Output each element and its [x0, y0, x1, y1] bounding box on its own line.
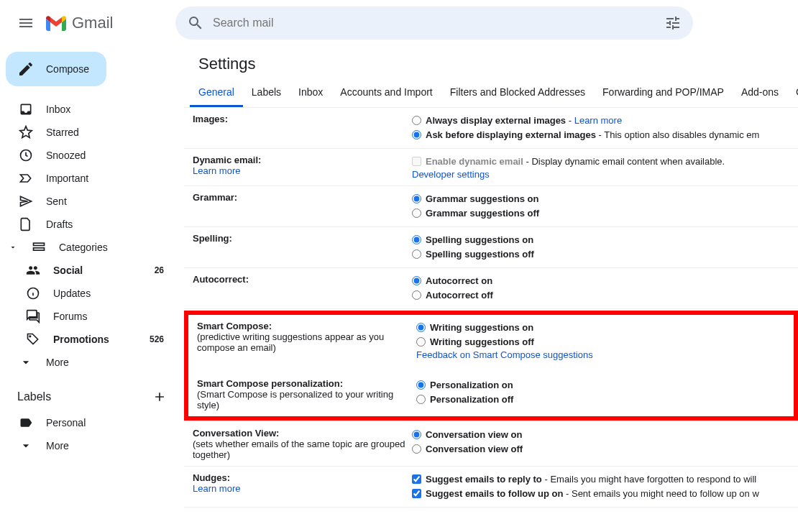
- radio-images-ask[interactable]: Ask before displaying external images - …: [412, 128, 795, 142]
- setting-name: Grammar:: [193, 192, 237, 203]
- labels-header: Labels: [0, 382, 184, 411]
- radio-input[interactable]: [412, 235, 421, 244]
- radio-smart-compose-off[interactable]: Writing suggestions off: [416, 335, 791, 349]
- nav-label: More: [46, 440, 164, 451]
- nav-important[interactable]: Important: [0, 167, 173, 190]
- radio-input[interactable]: [412, 116, 421, 125]
- gmail-logo[interactable]: Gmail: [46, 14, 175, 32]
- nav-label: Forums: [53, 311, 164, 322]
- caret-down-icon: [9, 243, 17, 252]
- nav-label: Updates: [53, 288, 164, 299]
- tab-accounts[interactable]: Accounts and Import: [331, 79, 441, 107]
- radio-autocorrect-on[interactable]: Autocorrect on: [412, 274, 795, 288]
- chevron-down-icon: [19, 439, 33, 453]
- checkbox-nudge-reply[interactable]: Suggest emails to reply to - Emails you …: [412, 472, 795, 487]
- add-label-button[interactable]: [152, 390, 167, 404]
- radio-grammar-off[interactable]: Grammar suggestions off: [412, 206, 795, 221]
- nav-label: Starred: [46, 127, 164, 138]
- people-icon: [26, 263, 40, 278]
- page-title: Settings: [184, 46, 798, 79]
- nav-starred[interactable]: Starred: [0, 121, 173, 144]
- setting-name: Dynamic email:: [193, 155, 406, 165]
- tab-filters[interactable]: Filters and Blocked Addresses: [441, 79, 594, 107]
- setting-name: Spelling:: [193, 233, 232, 244]
- search-options-button[interactable]: [659, 9, 687, 37]
- checkbox-input[interactable]: [412, 474, 421, 484]
- svg-rect-1: [34, 243, 45, 245]
- labels-more[interactable]: More: [0, 434, 173, 457]
- radio-conversation-off[interactable]: Conversation view off: [412, 442, 795, 457]
- nav-label: Inbox: [46, 104, 164, 115]
- clock-icon: [19, 148, 33, 162]
- nav-forums[interactable]: Forums: [0, 305, 173, 328]
- radio-input[interactable]: [412, 249, 421, 259]
- search-input[interactable]: [210, 17, 659, 29]
- radio-smart-compose-on[interactable]: Writing suggestions on: [416, 321, 791, 335]
- send-icon: [19, 194, 33, 208]
- setting-grammar: Grammar: Grammar suggestions on Grammar …: [184, 186, 798, 227]
- radio-grammar-on[interactable]: Grammar suggestions on: [412, 192, 795, 206]
- nav-label: More: [46, 357, 164, 368]
- radio-spelling-off[interactable]: Spelling suggestions off: [412, 247, 795, 262]
- checkbox-nudge-followup[interactable]: Suggest emails to follow up on - Sent em…: [412, 487, 795, 501]
- tab-chat[interactable]: Cha: [787, 79, 798, 107]
- radio-input[interactable]: [412, 208, 421, 218]
- radio-personalization-off[interactable]: Personalization off: [416, 393, 791, 407]
- learn-more-link[interactable]: Learn more: [574, 115, 622, 126]
- radio-conversation-on[interactable]: Conversation view on: [412, 428, 795, 442]
- nav-updates[interactable]: Updates: [0, 282, 173, 305]
- search-button[interactable]: [181, 9, 210, 37]
- nav-snoozed[interactable]: Snoozed: [0, 144, 173, 167]
- tab-addons[interactable]: Add-ons: [733, 79, 787, 107]
- setting-name: Nudges:: [193, 472, 406, 483]
- radio-input[interactable]: [416, 395, 426, 404]
- radio-input[interactable]: [416, 337, 426, 347]
- settings-body[interactable]: Images: Always display external images -…: [184, 108, 798, 532]
- radio-autocorrect-off[interactable]: Autocorrect off: [412, 288, 795, 303]
- radio-spelling-on[interactable]: Spelling suggestions on: [412, 233, 795, 247]
- radio-input[interactable]: [412, 430, 421, 439]
- nav-more[interactable]: More: [0, 351, 173, 374]
- label-personal[interactable]: Personal: [0, 411, 173, 434]
- radio-input[interactable]: [412, 444, 421, 454]
- forum-icon: [26, 309, 40, 324]
- nav-count: 26: [155, 265, 164, 275]
- learn-more-link[interactable]: Learn more: [193, 165, 240, 176]
- gmail-logo-icon: [46, 15, 66, 31]
- search-bar: [175, 6, 693, 40]
- setting-name: Autocorrect:: [193, 274, 249, 285]
- nav-categories[interactable]: Categories: [0, 236, 173, 259]
- feedback-link[interactable]: Feedback on Smart Compose suggestions: [416, 349, 593, 360]
- compose-button[interactable]: Compose: [6, 52, 106, 86]
- radio-input[interactable]: [412, 276, 421, 285]
- nav-promotions[interactable]: Promotions 526: [0, 328, 173, 351]
- checkbox-input[interactable]: [412, 489, 421, 498]
- nav-drafts[interactable]: Drafts: [0, 213, 173, 236]
- highlighted-section: Smart Compose: (predictive writing sugge…: [184, 311, 798, 421]
- tab-forwarding[interactable]: Forwarding and POP/IMAP: [594, 79, 733, 107]
- tab-general[interactable]: General: [190, 79, 243, 107]
- learn-more-link[interactable]: Learn more: [193, 483, 240, 494]
- nav-inbox[interactable]: Inbox: [0, 98, 173, 121]
- checkbox-dynamic-email[interactable]: Enable dynamic email - Display dynamic e…: [412, 155, 795, 169]
- svg-point-4: [29, 336, 31, 337]
- tab-inbox[interactable]: Inbox: [290, 79, 331, 107]
- radio-input[interactable]: [416, 323, 426, 332]
- nav-social[interactable]: Social 26: [0, 259, 173, 282]
- developer-settings-link[interactable]: Developer settings: [412, 169, 490, 180]
- radio-input[interactable]: [412, 130, 421, 139]
- radio-input[interactable]: [412, 194, 421, 203]
- radio-images-always[interactable]: Always display external images - Learn m…: [412, 114, 795, 128]
- nav-sent[interactable]: Sent: [0, 190, 173, 213]
- file-icon: [19, 217, 33, 231]
- radio-input[interactable]: [412, 290, 421, 300]
- plus-icon: [152, 390, 167, 404]
- radio-personalization-on[interactable]: Personalization on: [416, 378, 791, 393]
- radio-input[interactable]: [416, 380, 426, 390]
- nav-count: 526: [150, 334, 164, 344]
- star-icon: [19, 125, 33, 139]
- compose-label: Compose: [46, 63, 89, 75]
- main-menu-button[interactable]: [9, 6, 43, 40]
- tab-labels[interactable]: Labels: [243, 79, 290, 107]
- setting-dynamic-email: Dynamic email: Learn more Enable dynamic…: [184, 149, 798, 186]
